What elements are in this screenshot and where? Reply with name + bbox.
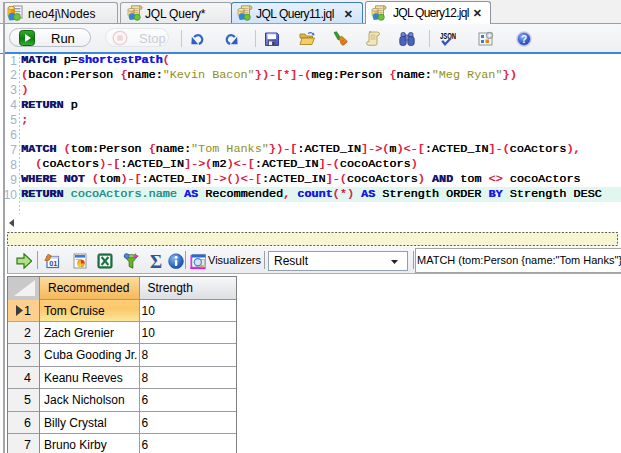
svg-text:?: ? (521, 34, 527, 45)
svg-text:JSON: JSON (440, 31, 456, 41)
svg-text:Σ: Σ (150, 253, 162, 269)
svg-text:01: 01 (49, 259, 57, 268)
